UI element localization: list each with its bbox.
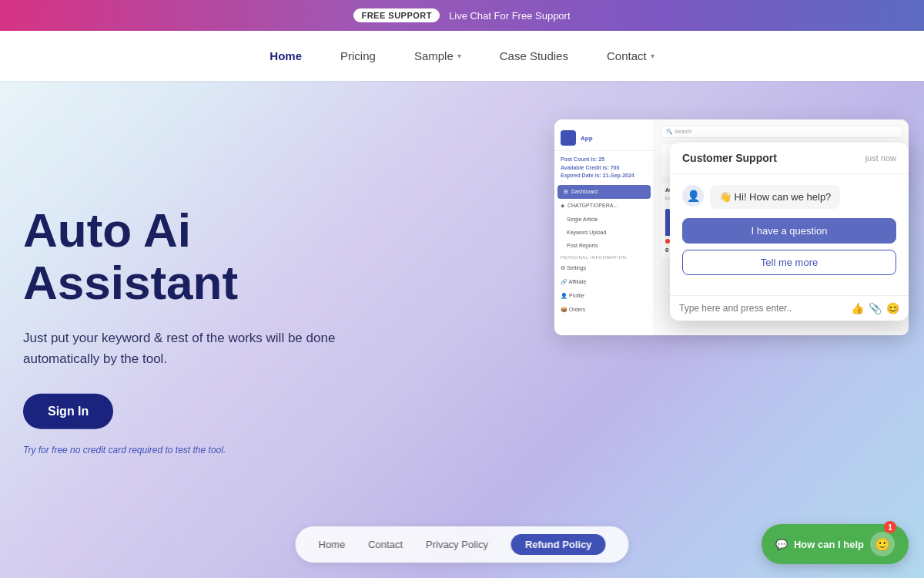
navbar: Home Pricing Sample ▾ Case Studies Conta… — [0, 31, 924, 81]
emoji-icon[interactable]: 😊 — [886, 302, 899, 314]
hero-subtitle: Just put your keyword & rest of the work… — [23, 328, 370, 369]
chat-action-question-button[interactable]: I have a question — [682, 218, 896, 244]
attachment-icon[interactable]: 📎 — [869, 302, 882, 314]
dash-logo-icon — [561, 130, 576, 146]
dash-menu-single[interactable]: Single Article — [554, 213, 654, 226]
nav-case-studies[interactable]: Case Studies — [500, 49, 568, 62]
nav-sample[interactable]: Sample ▾ — [414, 49, 461, 62]
dash-header: App — [554, 126, 654, 151]
floating-chat-avatar: 🙂 — [870, 532, 895, 556]
free-support-badge[interactable]: FREE SUPPORT — [353, 8, 440, 22]
nav-contact[interactable]: Contact ▾ — [607, 49, 654, 62]
chat-greeting: 👋 Hi! How can we help? — [710, 185, 840, 209]
dash-menu-profile[interactable]: 👤 Profile — [554, 289, 654, 303]
try-free-text: Try for free no credit card required to … — [23, 445, 370, 455]
footer-privacy[interactable]: Privacy Policy — [426, 539, 488, 550]
dash-menu-affiliate[interactable]: 🔗 Affiliate — [554, 275, 654, 289]
banner-text: Live Chat For Free Support — [449, 10, 571, 22]
chat-input-icons: 👍 📎 😊 — [851, 302, 899, 314]
floating-chat-label: How can I help — [794, 539, 864, 550]
hero-section: Auto Ai Assistant Just put your keyword … — [0, 81, 924, 578]
hero-title: Auto Ai Assistant — [23, 203, 370, 308]
chat-action-more-button[interactable]: Tell me more — [682, 250, 896, 275]
chat-popup: Customer Support just now 👤 👋 Hi! How ca… — [670, 143, 909, 321]
dash-menu-reports[interactable]: Post Reports — [554, 239, 654, 252]
dash-sidebar: App Post Count is: 25 Available Credit i… — [554, 119, 654, 335]
chevron-down-icon: ▾ — [457, 52, 461, 60]
hero-content: Auto Ai Assistant Just put your keyword … — [23, 203, 370, 455]
sign-in-button[interactable]: Sign In — [23, 394, 113, 429]
chat-actions: I have a question Tell me more — [682, 218, 896, 275]
footer-contact[interactable]: Contact — [368, 539, 403, 550]
thumbs-up-icon[interactable]: 👍 — [851, 302, 864, 314]
chat-time: just now — [865, 153, 896, 163]
chat-input-row: 👍 📎 😊 — [670, 295, 909, 321]
nav-home[interactable]: Home — [270, 49, 302, 62]
dash-menu-settings[interactable]: ⚙ Settings — [554, 261, 654, 275]
dash-search[interactable]: 🔍 Search — [661, 126, 902, 138]
dash-menu-orders[interactable]: 📦 Orders — [554, 303, 654, 317]
dash-menu-chatgpt[interactable]: ◈ CHATGPT/OPERA... — [554, 199, 654, 213]
footer-refund[interactable]: Refund Policy — [511, 534, 606, 555]
chat-badge: 1 — [884, 521, 896, 533]
dash-menu-dashboard[interactable]: ⊞ Dashboard — [557, 185, 651, 199]
chat-message-row: 👤 👋 Hi! How can we help? — [682, 185, 896, 209]
chat-avatar: 👤 — [682, 185, 704, 207]
floating-chat-button[interactable]: 1 💬 How can I help 🙂 — [762, 524, 909, 564]
chat-title: Customer Support — [682, 152, 777, 164]
dash-info: Post Count is: 25 Available Credit is: 7… — [554, 151, 654, 185]
nav-pricing[interactable]: Pricing — [340, 49, 376, 62]
chat-body: 👤 👋 Hi! How can we help? I have a questi… — [670, 174, 909, 295]
footer-home[interactable]: Home — [318, 539, 345, 550]
chat-circle-icon: 💬 — [775, 539, 788, 550]
chat-input[interactable] — [679, 303, 845, 314]
dash-menu-keyword[interactable]: Keyword Upload — [554, 226, 654, 239]
chevron-down-icon-contact: ▾ — [651, 52, 654, 60]
top-banner: FREE SUPPORT Live Chat For Free Support — [0, 0, 924, 31]
dash-section-personal: PERSONAL INFORMATION — [554, 252, 654, 261]
footer-bar: Home Contact Privacy Policy Refund Polic… — [295, 526, 628, 563]
chat-header: Customer Support just now — [670, 143, 909, 174]
